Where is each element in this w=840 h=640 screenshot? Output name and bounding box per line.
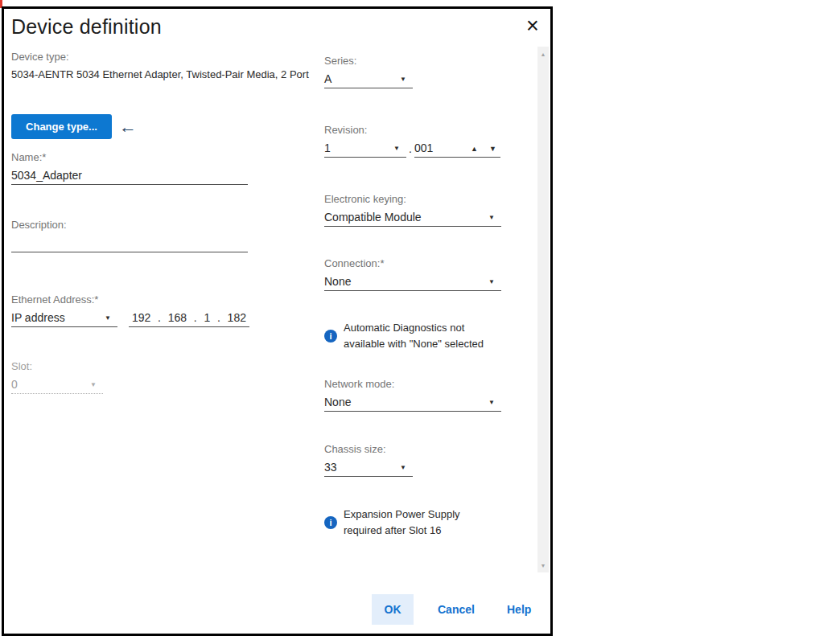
caret-down-icon: ▼: [90, 382, 97, 388]
network-mode-dropdown[interactable]: None ▼: [324, 394, 501, 412]
revision-field: Revision: 1 ▼ . 001 ▲ ▼: [324, 124, 500, 158]
ip-octet-1[interactable]: 192: [132, 311, 150, 324]
slot-field: Slot: 0 ▼: [11, 360, 103, 394]
revision-major-dropdown[interactable]: 1 ▼: [324, 140, 406, 158]
ip-octet-4[interactable]: 182: [228, 311, 246, 324]
network-mode-label: Network mode:: [324, 378, 501, 391]
scroll-down-icon[interactable]: ▼: [537, 560, 549, 571]
power-supply-notice-text: Expansion Power Supply required after Sl…: [344, 507, 497, 539]
close-button[interactable]: ×: [521, 14, 545, 38]
series-dropdown[interactable]: A ▼: [324, 71, 413, 88]
ip-separator: .: [217, 311, 220, 324]
device-definition-dialog: Device definition × Device type: 5034-AE…: [2, 6, 553, 636]
address-type-value: IP address: [11, 311, 65, 324]
close-icon: ×: [526, 15, 539, 37]
caret-down-icon: ▼: [400, 76, 406, 83]
ok-button[interactable]: OK: [372, 594, 414, 625]
ip-separator: .: [158, 311, 161, 324]
ip-address-input[interactable]: 192 . 168 . 1 . 182: [129, 310, 249, 327]
description-field: Description:: [11, 219, 248, 252]
caret-down-icon: ▼: [393, 146, 400, 152]
electronic-keying-dropdown[interactable]: Compatible Module ▼: [324, 209, 501, 227]
help-button[interactable]: Help: [502, 594, 536, 625]
change-type-button[interactable]: Change type...: [11, 114, 112, 139]
series-label: Series:: [324, 55, 413, 68]
info-icon: i: [324, 330, 337, 343]
device-type-label: Device type:: [11, 51, 327, 64]
spinner-down-icon[interactable]: ▼: [489, 146, 496, 153]
info-icon: i: [324, 516, 337, 529]
connection-label: Connection:*: [324, 257, 501, 270]
cancel-button[interactable]: Cancel: [433, 594, 480, 625]
power-supply-notice: i Expansion Power Supply required after …: [324, 507, 497, 539]
slot-value: 0: [11, 378, 18, 391]
diagnostics-notice: i Automatic Diagnostics not available wi…: [324, 320, 497, 352]
slot-label: Slot:: [11, 360, 103, 373]
caret-down-icon: ▼: [488, 400, 495, 406]
connection-value: None: [324, 275, 351, 288]
ethernet-address-label: Ethernet Address:*: [11, 293, 253, 306]
chassis-size-field: Chassis size: 33 ▼: [324, 443, 413, 477]
device-type-value: 5034-AENTR 5034 Ethernet Adapter, Twiste…: [11, 66, 327, 83]
device-type-section: Device type: 5034-AENTR 5034 Ethernet Ad…: [11, 51, 327, 83]
name-input[interactable]: 5034_Adapter: [11, 167, 248, 185]
revision-minor-stepper[interactable]: 001 ▲ ▼: [414, 140, 500, 158]
caret-down-icon: ▼: [105, 315, 111, 322]
chassis-size-dropdown[interactable]: 33 ▼: [324, 459, 413, 477]
series-value: A: [324, 72, 331, 85]
name-label: Name:*: [11, 151, 248, 164]
ethernet-address-field: Ethernet Address:* IP address ▼ 192 . 16…: [11, 293, 253, 327]
connection-field: Connection:* None ▼: [324, 257, 501, 291]
connection-dropdown[interactable]: None ▼: [324, 273, 501, 291]
description-label: Description:: [11, 219, 248, 232]
name-field: Name:* 5034_Adapter: [11, 151, 248, 185]
revision-minor-value: 001: [414, 142, 433, 154]
network-mode-value: None: [324, 396, 351, 408]
series-field: Series: A ▼: [324, 55, 413, 88]
ip-separator: .: [194, 311, 197, 324]
revision-major-value: 1: [324, 142, 331, 154]
scroll-up-icon[interactable]: ▲: [537, 48, 549, 59]
diagnostics-notice-text: Automatic Diagnostics not available with…: [344, 320, 497, 352]
caret-down-icon: ▼: [488, 215, 495, 221]
vertical-scrollbar[interactable]: ▲ ▼: [537, 47, 549, 572]
back-arrow-icon: ←: [119, 114, 137, 139]
description-input[interactable]: [11, 235, 248, 252]
ip-octet-2[interactable]: 168: [168, 311, 187, 324]
slot-dropdown: 0 ▼: [11, 376, 103, 394]
revision-label: Revision:: [324, 124, 500, 137]
caret-down-icon: ▼: [400, 465, 406, 471]
electronic-keying-label: Electronic keying:: [324, 193, 501, 206]
chassis-size-label: Chassis size:: [324, 443, 413, 456]
dialog-title: Device definition: [11, 15, 162, 39]
electronic-keying-value: Compatible Module: [324, 211, 422, 224]
ip-octet-3[interactable]: 1: [204, 311, 210, 324]
network-mode-field: Network mode: None ▼: [324, 378, 501, 412]
caret-down-icon: ▼: [488, 279, 495, 285]
address-type-dropdown[interactable]: IP address ▼: [11, 310, 117, 327]
revision-separator: .: [406, 142, 414, 158]
spinner-up-icon[interactable]: ▲: [471, 146, 478, 153]
electronic-keying-field: Electronic keying: Compatible Module ▼: [324, 193, 501, 227]
chassis-size-value: 33: [324, 461, 337, 474]
